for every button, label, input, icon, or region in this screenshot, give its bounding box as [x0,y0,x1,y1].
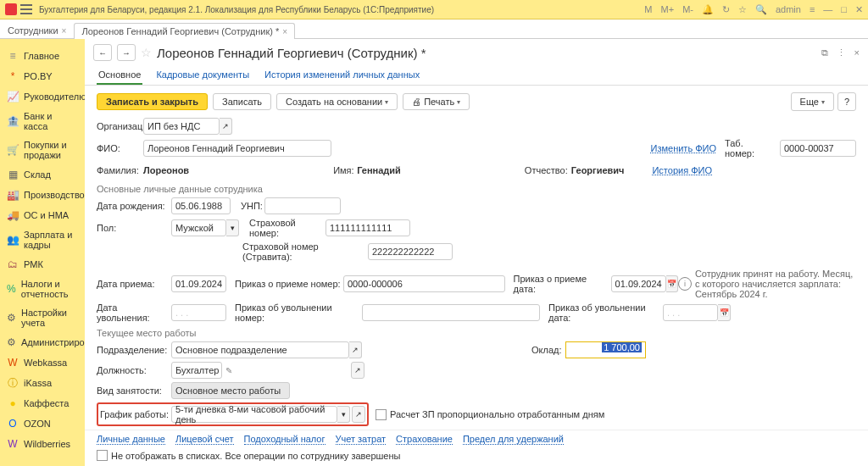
fire-order-field[interactable] [362,304,540,321]
sidebar-icon: 🛒 [7,144,19,156]
forward-button[interactable]: → [117,44,136,61]
dept-field[interactable]: Основное подразделение [171,341,349,358]
hire-date-field[interactable]: 01.09.2024 [171,275,226,292]
close-tab-icon[interactable]: × [282,27,287,36]
sidebar-item-11[interactable]: ⚙Настройки учета [0,303,85,332]
calendar-icon[interactable]: 📅 [718,304,731,321]
firstname-label: Имя: [333,165,357,175]
settings-icon[interactable]: ≡ [810,4,815,14]
sidebar-item-14[interactable]: ⓘiKassa [0,373,85,393]
bottom-link-3[interactable]: Учет затрат [336,434,387,445]
sidebar-item-12[interactable]: ⚙Администрирование [0,332,85,352]
calendar-icon[interactable]: 📅 [666,275,678,292]
bottom-link-4[interactable]: Страхование [396,434,453,445]
sidebar-label: Покупки и продажи [24,140,78,160]
schedule-field[interactable]: 5-ти дневка 8-ми часовой рабочий день [171,406,337,423]
schedule-open-button[interactable]: ↗ [352,406,365,423]
back-button[interactable]: ← [93,44,112,61]
sidebar-item-7[interactable]: 🚚ОС и НМА [0,205,85,225]
sex-field[interactable]: Мужской [171,219,226,236]
star-icon[interactable]: ☆ [738,4,747,15]
close-icon[interactable]: ✕ [855,4,863,15]
search-icon[interactable]: 🔍 [755,4,767,15]
user-label[interactable]: admin [776,4,801,14]
save-button[interactable]: Записать [213,93,271,110]
favorite-icon[interactable]: ☆ [141,46,152,59]
sidebar-item-16[interactable]: OOZON [0,413,85,434]
ins-field[interactable]: 111111111111 [326,219,410,236]
sidebar-item-17[interactable]: WWildberries [0,434,85,454]
mem-m[interactable]: M [644,4,652,14]
sidebar-item-5[interactable]: ▦Склад [0,164,85,185]
bottom-link-5[interactable]: Предел для удержаний [463,434,564,445]
patronymic-label: Отчество: [525,165,571,175]
unp-field[interactable] [264,197,341,214]
close-page-icon[interactable]: × [854,47,860,58]
sex-dropdown-icon[interactable]: ▾ [226,219,239,236]
fire-order-date-field[interactable]: . . . [663,304,718,321]
sidebar-item-0[interactable]: ≡Главное [0,46,85,66]
sidebar-item-9[interactable]: 🗂РМК [0,254,85,275]
subtab-main[interactable]: Основное [97,66,142,85]
tab-employee-card[interactable]: Лореонов Геннадий Георгиевич (Сотрудник)… [74,23,295,39]
fire-date-field[interactable]: . . . [171,304,226,321]
tabnum-field[interactable]: 0000-00037 [780,140,856,157]
options-icon[interactable]: ⋮ [837,47,846,58]
mem-mplus[interactable]: M+ [661,4,675,14]
position-label: Должность: [97,365,171,375]
bottom-link-0[interactable]: Личные данные [97,434,165,445]
edit-icon[interactable]: ✎ [225,366,232,375]
subtab-history[interactable]: История изменений личных данных [263,66,421,85]
sidebar-item-10[interactable]: %Налоги и отчетность [0,275,85,303]
hire-order-date-field[interactable]: 01.09.2024 [611,275,666,292]
sidebar-item-4[interactable]: 🛒Покупки и продажи [0,136,85,164]
salary-field[interactable]: 1 700,00 [565,341,646,358]
sidebar-label: Склад [24,169,51,180]
emp-type-field[interactable]: Основное место работы [171,382,290,399]
create-from-button[interactable]: Создать на основании▾ [276,93,398,110]
sidebar-item-6[interactable]: 🏭Производство [0,185,85,205]
tab-employees[interactable]: Сотрудники× [0,22,74,38]
fio-history-link[interactable]: История ФИО [652,165,712,175]
bottom-link-1[interactable]: Лицевой счет [175,434,234,445]
position-open-button[interactable]: ↗ [351,362,364,379]
proportional-checkbox[interactable] [376,409,387,420]
mem-mminus[interactable]: M- [682,4,693,14]
org-open-button[interactable]: ↗ [220,118,232,135]
position-field[interactable]: Бухгалтер [171,362,222,379]
sidebar-item-15[interactable]: ●Каффеста [0,393,85,413]
open-window-icon[interactable]: ⧉ [821,47,828,58]
sex-label: Пол: [97,223,171,233]
print-button[interactable]: 🖨Печать▾ [403,93,470,110]
schedule-dropdown-icon[interactable]: ▾ [337,406,350,423]
maximize-icon[interactable]: □ [841,4,847,14]
subtab-hr-docs[interactable]: Кадровые документы [154,66,251,85]
org-field[interactable]: ИП без НДС [143,118,220,135]
bottom-link-2[interactable]: Подоходный налог [244,434,326,445]
sidebar-icon: ≡ [7,50,19,62]
minimize-icon[interactable]: — [823,4,832,14]
close-tab-icon[interactable]: × [62,26,67,36]
dept-open-button[interactable]: ↗ [349,341,362,358]
save-close-button[interactable]: Записать и закрыть [97,93,208,110]
history-icon[interactable]: ↻ [722,4,730,15]
change-fio-link[interactable]: Изменить ФИО [651,143,717,153]
hide-in-lists-checkbox[interactable] [97,450,108,461]
sidebar-label: Webkassa [24,358,67,368]
sidebar-item-13[interactable]: WWebkassa [0,352,85,373]
hire-order-field[interactable]: 0000-000006 [343,275,505,292]
more-button[interactable]: Еще▾ [791,92,834,111]
sidebar-label: Главное [24,51,59,61]
bell-icon[interactable]: 🔔 [702,4,714,15]
sidebar-item-1[interactable]: *PO.BY [0,66,85,86]
help-button[interactable]: ? [837,92,856,111]
sidebar-item-2[interactable]: 📈Руководителю [0,86,85,107]
sidebar-item-8[interactable]: 👥Зарплата и кадры [0,225,85,254]
stravita-field[interactable]: 222222222222 [368,243,453,260]
fio-field[interactable]: Лореонов Геннадий Георгиевич [143,140,331,157]
sidebar-item-3[interactable]: 🏦Банк и касса [0,107,85,136]
dob-field[interactable]: 05.06.1988 [171,197,231,214]
hire-date-label: Дата приема: [97,279,171,289]
menu-icon[interactable] [20,4,32,14]
sidebar-label: Производство [24,190,85,200]
